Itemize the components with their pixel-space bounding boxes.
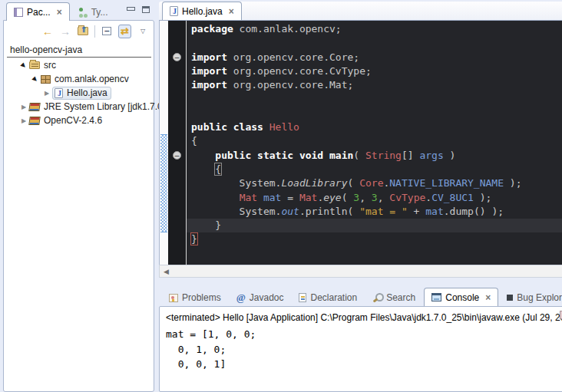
code-token: .println( xyxy=(299,206,359,217)
code-token: .dump() ); xyxy=(444,206,504,217)
code-line[interactable]: import org.opencv.core.Core; xyxy=(191,51,562,64)
code-line[interactable]: } xyxy=(191,232,562,246)
package-icon xyxy=(41,75,51,84)
library-icon xyxy=(28,103,41,111)
code-token: "mat = " xyxy=(359,206,408,217)
tab-label: Javadoc xyxy=(250,292,284,303)
problems-icon xyxy=(169,294,178,302)
declaration-icon xyxy=(299,293,306,302)
editor-body[interactable]: –– package com.anlak.opencv; import org.… xyxy=(159,21,562,265)
code-token: [] xyxy=(402,150,419,161)
tree-item-opencv-2-4-6[interactable]: ▶OpenCV-2.4.6 xyxy=(4,114,154,127)
scroll-left-icon[interactable]: ◀ xyxy=(160,268,169,275)
console-output-line: 0, 1, 0; xyxy=(166,342,562,357)
tree-item-hello-opencv-java[interactable]: hello-opencv-java xyxy=(7,44,151,58)
collapsed-arrow-icon[interactable]: ▶ xyxy=(41,90,52,97)
code-area[interactable]: package com.anlak.opencv; import org.ope… xyxy=(187,21,562,265)
code-line[interactable] xyxy=(191,36,562,50)
code-line[interactable]: import org.opencv.core.CvType; xyxy=(191,64,562,78)
tab-ty-[interactable]: Ty... xyxy=(71,4,115,21)
code-line[interactable]: public class Hello xyxy=(191,120,562,134)
fold-collapse-icon[interactable]: – xyxy=(173,151,181,160)
maximize-icon[interactable] xyxy=(142,6,150,13)
bottom-views-panel: Problems@JavadocDeclarationSearchConsole… xyxy=(159,287,562,392)
package-explorer-view: Pac...×Ty... ←→⇄▽ hello-opencv-java▶src▶… xyxy=(3,2,154,392)
code-token: } xyxy=(191,233,197,245)
code-token: NATIVE_LIBRARY_NAME xyxy=(389,177,504,189)
code-token: CvType xyxy=(389,192,425,203)
tab-declaration[interactable]: Declaration xyxy=(292,289,364,306)
code-token: ( xyxy=(353,150,365,161)
fold-collapse-icon[interactable]: – xyxy=(173,53,181,61)
view-menu-button[interactable]: ▽ xyxy=(137,25,149,38)
tab-label: Pac... xyxy=(27,7,51,18)
source-folder-icon xyxy=(29,61,40,69)
code-token xyxy=(257,192,263,203)
collapsed-arrow-icon[interactable]: ▶ xyxy=(18,117,29,124)
code-token: , xyxy=(378,192,390,203)
code-token: , xyxy=(359,192,372,203)
close-icon[interactable]: × xyxy=(57,7,62,18)
code-token: ( xyxy=(342,192,354,203)
library-icon xyxy=(28,117,41,125)
code-token: com.anlak.opencv; xyxy=(233,23,342,35)
tab-problems[interactable]: Problems xyxy=(162,289,228,306)
tab-search[interactable]: Search xyxy=(365,289,422,306)
code-line[interactable]: import org.opencv.core.Mat; xyxy=(191,78,562,92)
code-token: + xyxy=(408,206,425,217)
code-token: out xyxy=(281,206,299,217)
code-token: ( xyxy=(348,177,360,189)
tree-item-label: Hello.java xyxy=(67,87,107,98)
close-icon[interactable]: × xyxy=(485,292,491,303)
back-button[interactable]: ← xyxy=(41,25,54,38)
code-token: mat xyxy=(263,192,281,203)
quick-diff-ruler xyxy=(160,21,168,265)
code-line[interactable]: System.LoadLibrary( Core.NATIVE_LIBRARY_… xyxy=(191,176,562,190)
code-line[interactable] xyxy=(191,107,562,120)
tree-item-jre-system-library-jdk1-7-0[interactable]: ▶JRE System Library [jdk1.7.0 xyxy=(4,100,154,114)
tab-javadoc[interactable]: @Javadoc xyxy=(230,289,291,306)
code-token: mat xyxy=(425,206,443,217)
code-line[interactable]: Mat mat = Mat.eye( 3, 3, CvType.CV_8UC1 … xyxy=(191,191,562,205)
code-token: { xyxy=(191,135,197,147)
tree-item-com-anlak-opencv[interactable]: ▶com.anlak.opencv xyxy=(4,72,154,86)
code-line[interactable]: { xyxy=(191,163,562,176)
code-line[interactable]: public static void main( String[] args ) xyxy=(191,149,562,163)
search-icon xyxy=(372,293,382,303)
collapsed-arrow-icon[interactable]: ▶ xyxy=(18,104,29,110)
code-line[interactable]: } xyxy=(187,219,562,232)
tree-item-hello-java[interactable]: ▶Hello.java xyxy=(4,86,154,100)
expanded-arrow-icon[interactable]: ▶ xyxy=(29,73,41,85)
forward-button[interactable]: → xyxy=(59,25,71,38)
console-view: <terminated> Hello [Java Application] C:… xyxy=(159,306,562,392)
code-line[interactable] xyxy=(191,92,562,106)
tab-hello-java[interactable]: Hello.java× xyxy=(162,2,242,20)
tab-pac-[interactable]: Pac...× xyxy=(6,2,70,21)
link-with-editor-button[interactable]: ⇄ xyxy=(118,25,131,38)
tree-item-label: JRE System Library [jdk1.7.0 xyxy=(44,101,163,112)
close-icon[interactable]: × xyxy=(229,6,234,17)
console-output-line: 0, 0, 1] xyxy=(166,357,562,372)
code-token: ); xyxy=(504,177,521,189)
java-file-icon xyxy=(55,88,63,98)
code-line[interactable]: package com.anlak.opencv; xyxy=(191,22,562,36)
tab-bug-explorer[interactable]: Bug Explorer xyxy=(500,289,562,306)
console-output[interactable]: mat = [1, 0, 0; 0, 1, 0; 0, 0, 1] xyxy=(166,327,562,372)
expanded-arrow-icon[interactable]: ▶ xyxy=(18,59,30,71)
code-token: System. xyxy=(191,177,281,189)
code-token: 3 xyxy=(372,192,378,203)
go-up-button[interactable] xyxy=(77,25,89,38)
tree-item-label: hello-opencv-java xyxy=(10,44,82,55)
code-token: Mat xyxy=(299,192,317,203)
editor-horizontal-scrollbar[interactable]: ◀ xyxy=(159,265,562,278)
code-line[interactable]: System.out.println( "mat = " + mat.dump(… xyxy=(191,205,562,219)
collapse-all-button[interactable] xyxy=(101,25,113,38)
tree-item-src[interactable]: ▶src xyxy=(4,58,154,72)
editor-tabbar: Hello.java× xyxy=(159,2,562,21)
code-token: = xyxy=(281,192,299,203)
tab-console[interactable]: Console× xyxy=(424,288,498,306)
project-tree: hello-opencv-java▶src▶com.anlak.opencv▶H… xyxy=(4,41,154,127)
code-line[interactable]: { xyxy=(191,134,562,148)
tab-label: Declaration xyxy=(310,292,357,303)
minimize-icon[interactable] xyxy=(127,6,134,13)
